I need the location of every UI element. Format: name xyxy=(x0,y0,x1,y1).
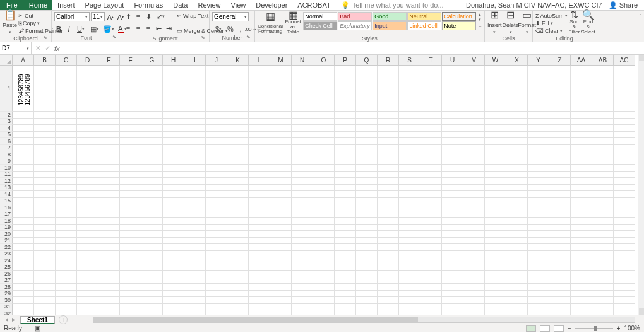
row-header[interactable]: 4 xyxy=(0,125,13,132)
cell[interactable] xyxy=(528,284,549,291)
cell[interactable] xyxy=(571,172,592,178)
cell[interactable] xyxy=(77,178,98,185)
cell[interactable] xyxy=(506,238,528,245)
cell[interactable] xyxy=(98,185,120,192)
cell[interactable] xyxy=(270,278,292,284)
cell[interactable] xyxy=(399,172,420,178)
cell[interactable] xyxy=(13,244,34,251)
cell[interactable] xyxy=(335,218,356,225)
cell[interactable] xyxy=(506,204,528,211)
cell[interactable] xyxy=(270,151,292,158)
cell[interactable] xyxy=(571,257,592,264)
row-header[interactable]: 24 xyxy=(0,257,13,264)
cell[interactable] xyxy=(463,158,485,165)
column-header[interactable]: N xyxy=(292,55,313,66)
cell[interactable] xyxy=(292,138,313,145)
cell[interactable] xyxy=(120,198,141,205)
cell[interactable] xyxy=(184,185,206,192)
cell[interactable] xyxy=(335,231,356,238)
column-header[interactable]: R xyxy=(378,55,399,66)
cell[interactable] xyxy=(463,271,485,278)
cell[interactable] xyxy=(163,172,184,178)
cell[interactable] xyxy=(141,158,163,165)
cell[interactable] xyxy=(98,158,120,165)
cancel-formula-icon[interactable]: ✕ xyxy=(35,44,41,52)
cell[interactable] xyxy=(614,304,635,311)
cell[interactable] xyxy=(614,145,635,152)
cell[interactable] xyxy=(506,291,528,298)
cell[interactable] xyxy=(378,172,399,178)
row-header[interactable]: 18 xyxy=(0,218,13,225)
macro-record-icon[interactable]: ▣ xyxy=(35,325,40,332)
row-header[interactable]: 20 xyxy=(0,231,13,238)
fx-icon[interactable]: fx xyxy=(54,45,60,52)
cell[interactable] xyxy=(206,151,227,158)
cell[interactable] xyxy=(292,145,313,152)
cell[interactable] xyxy=(141,304,163,311)
cell[interactable] xyxy=(56,138,77,145)
cell[interactable] xyxy=(141,271,163,278)
number-dialog-icon[interactable]: ⬊ xyxy=(246,33,251,41)
cell[interactable] xyxy=(184,145,206,152)
cell[interactable] xyxy=(56,310,77,315)
cell[interactable] xyxy=(506,158,528,165)
row-header[interactable]: 28 xyxy=(0,284,13,291)
cell[interactable] xyxy=(184,112,206,119)
cell[interactable] xyxy=(163,158,184,165)
cell[interactable] xyxy=(571,145,592,152)
style-calculation[interactable]: Calculation xyxy=(442,12,476,21)
cell[interactable] xyxy=(420,158,442,165)
cell[interactable] xyxy=(420,138,442,145)
cell[interactable] xyxy=(420,165,442,172)
cell[interactable] xyxy=(270,172,292,178)
cell[interactable] xyxy=(420,151,442,158)
cell[interactable] xyxy=(614,138,635,145)
cell[interactable] xyxy=(184,264,206,271)
cell[interactable] xyxy=(292,231,313,238)
cell[interactable] xyxy=(141,185,163,192)
cell[interactable] xyxy=(592,257,614,264)
cell[interactable] xyxy=(549,278,571,284)
cell[interactable] xyxy=(184,244,206,251)
cell[interactable] xyxy=(270,231,292,238)
cell[interactable] xyxy=(34,125,56,132)
cell[interactable] xyxy=(528,225,549,231)
cell[interactable] xyxy=(399,165,420,172)
cell[interactable] xyxy=(227,244,249,251)
cell[interactable] xyxy=(292,238,313,245)
cell[interactable] xyxy=(399,125,420,132)
cell[interactable] xyxy=(463,304,485,311)
cell[interactable] xyxy=(13,310,34,315)
cell[interactable] xyxy=(528,112,549,119)
cell[interactable] xyxy=(528,244,549,251)
cell[interactable] xyxy=(292,225,313,231)
cell[interactable] xyxy=(163,204,184,211)
cell[interactable] xyxy=(335,191,356,198)
find-select-button[interactable]: 🔍 Find & Select xyxy=(581,12,595,35)
tab-insert[interactable]: Insert xyxy=(52,0,80,10)
cell[interactable] xyxy=(141,119,163,126)
cell[interactable] xyxy=(206,271,227,278)
cell[interactable] xyxy=(463,310,485,315)
cell[interactable] xyxy=(399,145,420,152)
cell[interactable] xyxy=(614,218,635,225)
cell[interactable] xyxy=(442,178,463,185)
cell[interactable] xyxy=(206,238,227,245)
cell[interactable] xyxy=(571,251,592,258)
cell[interactable] xyxy=(98,211,120,218)
cell[interactable] xyxy=(592,125,614,132)
cell[interactable] xyxy=(270,244,292,251)
cell[interactable] xyxy=(485,218,506,225)
cell[interactable] xyxy=(313,198,335,205)
cell[interactable] xyxy=(141,211,163,218)
cell[interactable] xyxy=(528,271,549,278)
cell[interactable] xyxy=(506,304,528,311)
cell[interactable] xyxy=(292,251,313,258)
cell[interactable] xyxy=(313,231,335,238)
cell[interactable] xyxy=(77,251,98,258)
cell[interactable] xyxy=(77,297,98,304)
cell[interactable] xyxy=(227,66,249,112)
cell[interactable] xyxy=(399,251,420,258)
column-header[interactable]: V xyxy=(463,55,485,66)
cell[interactable] xyxy=(506,310,528,315)
